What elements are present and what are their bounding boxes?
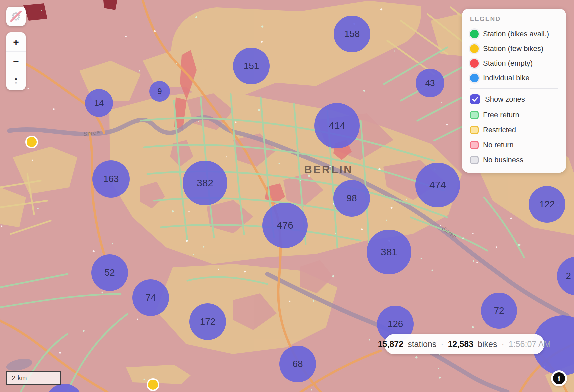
legend-item-station-few-bikes: Station (few bikes) bbox=[470, 41, 558, 56]
cluster-count: 414 bbox=[329, 120, 345, 131]
cluster-count: 14 bbox=[94, 98, 104, 108]
restricted-swatch-icon bbox=[470, 126, 479, 134]
cluster-marker[interactable]: 381 bbox=[367, 230, 411, 274]
show-zones-label: Show zones bbox=[485, 95, 525, 104]
cluster-count: 2 bbox=[566, 271, 571, 281]
cluster-count: 381 bbox=[381, 246, 397, 258]
zoom-in-button[interactable]: + bbox=[6, 32, 26, 51]
cluster-marker[interactable]: 98 bbox=[333, 180, 370, 217]
red-circle-icon bbox=[470, 59, 479, 68]
cluster-count: 163 bbox=[103, 174, 119, 184]
cluster-marker[interactable]: 476 bbox=[262, 203, 308, 248]
clock-time: 1:56:07 AM bbox=[509, 339, 551, 349]
cluster-count: 126 bbox=[388, 319, 403, 329]
zoom-control: + − ▲ ▼ bbox=[6, 32, 26, 90]
legend-divider bbox=[470, 88, 558, 89]
cluster-count: 52 bbox=[104, 267, 115, 278]
zoom-out-button[interactable]: − bbox=[6, 51, 26, 71]
cluster-count: 474 bbox=[429, 179, 446, 191]
cluster-count: 68 bbox=[292, 359, 303, 369]
stations-label: stations bbox=[408, 339, 436, 349]
show-zones-checkbox[interactable] bbox=[470, 94, 480, 104]
show-zones-toggle[interactable]: Show zones bbox=[470, 91, 558, 107]
cluster-count: 382 bbox=[197, 177, 213, 189]
cluster-marker[interactable]: 43 bbox=[416, 69, 444, 97]
legend-item-label: Restricted bbox=[483, 126, 516, 134]
legend-item-label: Station (empty) bbox=[483, 59, 533, 68]
bikes-label: bikes bbox=[478, 339, 497, 349]
legend-item-station-empty: Station (empty) bbox=[470, 56, 558, 71]
separator-dot: · bbox=[502, 339, 504, 349]
cluster-count: 158 bbox=[344, 29, 360, 39]
info-icon: i bbox=[553, 372, 565, 384]
compass-button[interactable]: ▲ ▼ bbox=[6, 71, 26, 90]
legend-item-label: No return bbox=[483, 141, 514, 149]
cluster-marker[interactable]: 9 bbox=[149, 81, 170, 102]
scale-bar-label: 2 km bbox=[12, 374, 27, 382]
cluster-count: 476 bbox=[277, 220, 293, 231]
cluster-marker[interactable]: 74 bbox=[132, 279, 169, 316]
green-circle-icon bbox=[470, 30, 479, 38]
cluster-marker[interactable]: 474 bbox=[415, 163, 460, 207]
scale-bar: 2 km bbox=[6, 371, 61, 385]
cluster-count: 98 bbox=[346, 193, 357, 204]
cluster-marker[interactable]: 158 bbox=[334, 16, 370, 52]
legend-item-free-return: Free return bbox=[470, 107, 558, 122]
station-marker-few-bikes[interactable] bbox=[147, 378, 159, 391]
cluster-marker[interactable]: 122 bbox=[529, 186, 565, 223]
legend-panel: LEGEND Station (bikes avail.) Station (f… bbox=[462, 9, 566, 173]
cluster-marker[interactable]: 382 bbox=[183, 161, 227, 205]
cluster-count: 172 bbox=[200, 316, 216, 327]
cluster-marker[interactable]: 14 bbox=[85, 89, 113, 117]
checkmark-icon bbox=[472, 97, 478, 102]
info-button[interactable]: i bbox=[551, 370, 567, 386]
yellow-circle-icon bbox=[470, 44, 479, 53]
legend-item-label: Station (few bikes) bbox=[483, 44, 543, 53]
legend-item-restricted: Restricted bbox=[470, 122, 558, 137]
legend-item-label: Station (bikes avail.) bbox=[483, 30, 549, 38]
cluster-count: 74 bbox=[145, 292, 156, 303]
cluster-count: 9 bbox=[157, 87, 162, 96]
legend-item-station-bikes-avail: Station (bikes avail.) bbox=[470, 27, 558, 41]
legend-item-no-business: No business bbox=[470, 152, 558, 167]
separator-dot: · bbox=[441, 339, 443, 349]
legend-item-label: No business bbox=[483, 156, 523, 164]
stations-count: 15,872 bbox=[378, 339, 403, 349]
cluster-marker[interactable]: 414 bbox=[314, 103, 360, 148]
cluster-marker[interactable]: 163 bbox=[92, 160, 130, 198]
bike-map-app: BERLIN Spree Spree 158151439144141633824… bbox=[0, 0, 574, 392]
free-return-swatch-icon bbox=[470, 111, 479, 119]
cluster-count: 151 bbox=[244, 61, 259, 71]
legend-title: LEGEND bbox=[470, 15, 558, 23]
blue-circle-icon bbox=[470, 74, 479, 82]
cluster-marker[interactable]: 172 bbox=[189, 303, 226, 340]
legend-item-individual-bike: Individual bike bbox=[470, 71, 558, 85]
legend-item-label: Individual bike bbox=[483, 74, 529, 82]
cluster-marker[interactable]: 52 bbox=[91, 254, 128, 291]
status-bar: 15,872 stations · 12,583 bikes · 1:56:07… bbox=[384, 334, 544, 354]
compass-south-icon: ▼ bbox=[14, 81, 18, 85]
cluster-marker[interactable]: 72 bbox=[481, 293, 517, 329]
legend-item-label: Free return bbox=[483, 111, 519, 119]
cluster-marker[interactable]: 151 bbox=[233, 48, 270, 84]
no-return-swatch-icon bbox=[470, 141, 479, 149]
cluster-count: 122 bbox=[539, 199, 555, 210]
bikes-count: 12,583 bbox=[448, 339, 473, 349]
no-business-swatch-icon bbox=[470, 156, 479, 164]
cluster-marker[interactable]: 68 bbox=[279, 346, 316, 382]
city-label: BERLIN bbox=[304, 163, 353, 176]
legend-item-no-return: No return bbox=[470, 137, 558, 152]
cluster-count: 72 bbox=[494, 305, 504, 316]
toggle-stations-button[interactable]: ⚙ bbox=[6, 7, 26, 26]
cluster-count: 43 bbox=[425, 78, 435, 88]
station-marker-few-bikes[interactable] bbox=[25, 136, 38, 148]
